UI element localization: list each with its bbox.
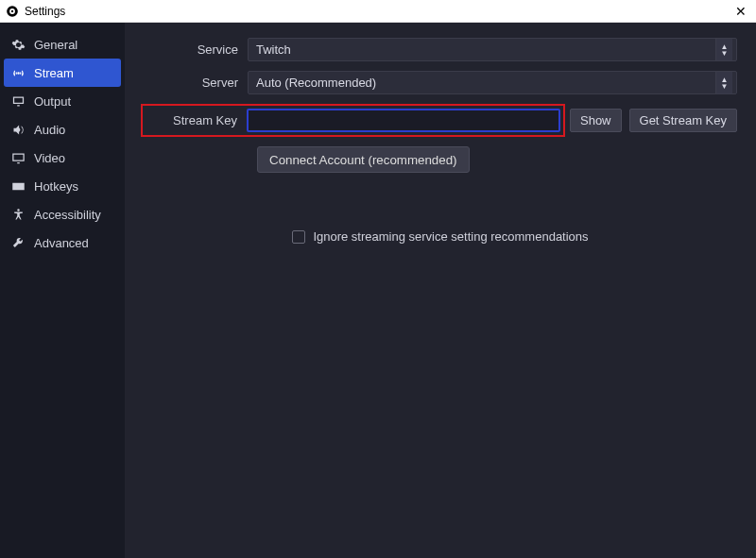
chevron-updown-icon: ▲▼ [715,39,732,60]
titlebar: Settings ✕ [0,0,756,23]
ignore-checkbox-label: Ignore streaming service setting recomme… [313,229,588,244]
keyboard-icon [9,179,26,194]
sidebar-item-hotkeys[interactable]: Hotkeys [0,172,125,200]
server-select[interactable]: Auto (Recommended) ▲▼ [248,71,737,94]
sidebar-item-label: Stream [34,66,74,80]
sidebar-item-label: General [34,38,77,52]
window-body: General Stream Output Audio Video Hotkey… [0,23,756,558]
show-button[interactable]: Show [570,109,622,132]
close-button[interactable]: ✕ [731,4,750,19]
stream-key-highlight: Stream Key [141,104,565,137]
server-value: Auto (Recommended) [256,76,376,90]
display-icon [9,151,26,165]
sidebar-item-output[interactable]: Output [0,87,125,115]
connect-row: Connect Account (recommended) [144,146,737,173]
server-row: Server Auto (Recommended) ▲▼ [144,71,737,94]
stream-key-input[interactable] [247,109,560,132]
sidebar: General Stream Output Audio Video Hotkey… [0,23,125,558]
sidebar-item-label: Hotkeys [34,179,78,194]
get-stream-key-button[interactable]: Get Stream Key [629,109,737,132]
screen-out-icon [9,94,26,109]
sidebar-item-video[interactable]: Video [0,144,125,172]
sidebar-item-advanced[interactable]: Advanced [0,228,125,257]
stream-key-label: Stream Key [146,113,247,127]
main-panel: Service Twitch ▲▼ Server Auto (Recommend… [125,23,756,558]
speaker-icon [9,123,26,137]
sidebar-item-stream[interactable]: Stream [4,59,121,87]
checkbox-icon [292,230,305,244]
connect-account-button[interactable]: Connect Account (recommended) [257,146,470,173]
service-label: Service [144,42,248,57]
service-value: Twitch [256,42,291,57]
ignore-checkbox[interactable]: Ignore streaming service setting recomme… [292,229,588,244]
sidebar-item-label: Advanced [34,236,89,250]
broadcast-icon [9,66,26,80]
sidebar-item-label: Video [34,151,65,165]
sidebar-item-general[interactable]: General [0,30,125,59]
sidebar-item-accessibility[interactable]: Accessibility [0,200,125,228]
chevron-updown-icon: ▲▼ [715,72,732,93]
tools-icon [9,236,26,250]
sidebar-item-label: Audio [34,123,65,137]
sidebar-item-label: Output [34,94,71,109]
accessibility-icon [9,208,26,222]
gear-icon [9,38,26,52]
svg-point-2 [11,9,13,11]
sidebar-item-audio[interactable]: Audio [0,115,125,144]
service-select[interactable]: Twitch ▲▼ [248,38,737,61]
app-icon [6,5,19,18]
window-title: Settings [25,5,731,18]
server-label: Server [144,76,248,90]
sidebar-item-label: Accessibility [34,208,101,222]
ignore-recommendations-row: Ignore streaming service setting recomme… [144,229,737,244]
service-row: Service Twitch ▲▼ [144,38,737,61]
